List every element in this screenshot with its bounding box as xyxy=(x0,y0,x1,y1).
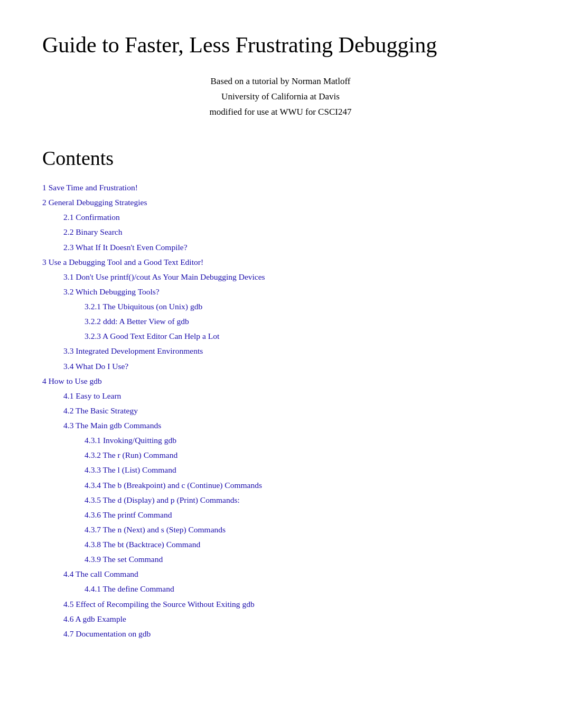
toc-link-4-3-1[interactable]: 4.3.1 Invoking/Quitting gdb xyxy=(85,436,176,445)
toc-item[interactable]: 2 General Debugging Strategies xyxy=(42,195,519,209)
subtitle-line-1: Based on a tutorial by Norman Matloff xyxy=(42,74,519,89)
toc-item[interactable]: 4.4 The call Command xyxy=(63,567,519,581)
toc-item[interactable]: 4.3.9 The set Command xyxy=(85,552,519,566)
contents-heading: Contents xyxy=(42,146,519,170)
toc-link-4-3-7[interactable]: 4.3.7 The n (Next) and s (Step) Commands xyxy=(85,525,226,534)
toc-link-4-4-1[interactable]: 4.4.1 The define Command xyxy=(85,584,174,593)
toc-link-2-1[interactable]: 2.1 Confirmation xyxy=(63,213,120,222)
toc-item[interactable]: 3.2.1 The Ubiquitous (on Unix) gdb xyxy=(85,299,519,314)
toc-item[interactable]: 3.4 What Do I Use? xyxy=(63,359,519,373)
toc-link-2[interactable]: 2 General Debugging Strategies xyxy=(42,198,147,207)
toc-link-3-1[interactable]: 3.1 Don't Use printf()/cout As Your Main… xyxy=(63,272,265,281)
toc-link-4-5[interactable]: 4.5 Effect of Recompiling the Source Wit… xyxy=(63,600,255,609)
subtitle-line-3: modified for use at WWU for CSCI247 xyxy=(42,105,519,120)
toc-item[interactable]: 4.3.6 The printf Command xyxy=(85,508,519,522)
toc-link-4-3-4[interactable]: 4.3.4 The b (Breakpoint) and c (Continue… xyxy=(85,481,262,490)
toc-link-3-2-2[interactable]: 3.2.2 ddd: A Better View of gdb xyxy=(85,317,189,326)
toc-item[interactable]: 3.1 Don't Use printf()/cout As Your Main… xyxy=(63,270,519,284)
toc-link-4-3-8[interactable]: 4.3.8 The bt (Backtrace) Command xyxy=(85,540,200,549)
toc-link-4-6[interactable]: 4.6 A gdb Example xyxy=(63,614,126,623)
toc-link-3-4[interactable]: 3.4 What Do I Use? xyxy=(63,362,128,371)
toc-item[interactable]: 4.7 Documentation on gdb xyxy=(63,626,519,641)
toc-item[interactable]: 3.2.3 A Good Text Editor Can Help a Lot xyxy=(85,329,519,343)
toc-link-4-3-9[interactable]: 4.3.9 The set Command xyxy=(85,555,163,564)
subtitle-block: Based on a tutorial by Norman Matloff Un… xyxy=(42,74,519,120)
toc-item[interactable]: 4.1 Easy to Learn xyxy=(63,389,519,403)
toc-link-4-1[interactable]: 4.1 Easy to Learn xyxy=(63,391,121,400)
toc-item[interactable]: 4.6 A gdb Example xyxy=(63,612,519,626)
toc-item[interactable]: 3 Use a Debugging Tool and a Good Text E… xyxy=(42,255,519,269)
toc-link-4-4[interactable]: 4.4 The call Command xyxy=(63,569,138,578)
toc-link-1[interactable]: 1 Save Time and Frustration! xyxy=(42,183,138,192)
toc-item[interactable]: 2.3 What If It Doesn't Even Compile? xyxy=(63,240,519,254)
table-of-contents: 1 Save Time and Frustration!2 General De… xyxy=(42,180,519,641)
toc-item[interactable]: 4.3.2 The r (Run) Command xyxy=(85,448,519,462)
toc-item[interactable]: 4.4.1 The define Command xyxy=(85,582,519,596)
toc-link-2-2[interactable]: 2.2 Binary Search xyxy=(63,227,122,236)
toc-item[interactable]: 2.1 Confirmation xyxy=(63,210,519,224)
page-title: Guide to Faster, Less Frustrating Debugg… xyxy=(42,32,519,58)
toc-link-2-3[interactable]: 2.3 What If It Doesn't Even Compile? xyxy=(63,243,188,252)
toc-item[interactable]: 4.3.5 The d (Display) and p (Print) Comm… xyxy=(85,493,519,507)
toc-link-4[interactable]: 4 How to Use gdb xyxy=(42,376,102,385)
toc-item[interactable]: 4.3.1 Invoking/Quitting gdb xyxy=(85,433,519,447)
toc-link-3-3[interactable]: 3.3 Integrated Development Environments xyxy=(63,346,203,355)
toc-item[interactable]: 1 Save Time and Frustration! xyxy=(42,180,519,195)
toc-item[interactable]: 4.3.4 The b (Breakpoint) and c (Continue… xyxy=(85,478,519,492)
toc-link-3-2[interactable]: 3.2 Which Debugging Tools? xyxy=(63,287,160,296)
toc-link-4-2[interactable]: 4.2 The Basic Strategy xyxy=(63,406,138,415)
toc-item[interactable]: 4 How to Use gdb xyxy=(42,374,519,388)
toc-item[interactable]: 4.3.8 The bt (Backtrace) Command xyxy=(85,537,519,551)
toc-link-4-3-6[interactable]: 4.3.6 The printf Command xyxy=(85,510,172,519)
toc-item[interactable]: 4.3.3 The l (List) Command xyxy=(85,463,519,477)
toc-item[interactable]: 4.3 The Main gdb Commands xyxy=(63,418,519,432)
toc-item[interactable]: 4.5 Effect of Recompiling the Source Wit… xyxy=(63,597,519,611)
subtitle-line-2: University of California at Davis xyxy=(42,89,519,105)
toc-link-3-2-1[interactable]: 3.2.1 The Ubiquitous (on Unix) gdb xyxy=(85,302,202,311)
toc-link-3[interactable]: 3 Use a Debugging Tool and a Good Text E… xyxy=(42,257,203,266)
toc-item[interactable]: 4.3.7 The n (Next) and s (Step) Commands xyxy=(85,522,519,537)
toc-link-4-7[interactable]: 4.7 Documentation on gdb xyxy=(63,629,151,638)
toc-item[interactable]: 3.3 Integrated Development Environments xyxy=(63,344,519,358)
toc-item[interactable]: 4.2 The Basic Strategy xyxy=(63,403,519,418)
toc-link-4-3-3[interactable]: 4.3.3 The l (List) Command xyxy=(85,465,176,474)
toc-link-3-2-3[interactable]: 3.2.3 A Good Text Editor Can Help a Lot xyxy=(85,331,219,340)
toc-item[interactable]: 3.2.2 ddd: A Better View of gdb xyxy=(85,314,519,328)
toc-item[interactable]: 3.2 Which Debugging Tools? xyxy=(63,284,519,299)
toc-item[interactable]: 2.2 Binary Search xyxy=(63,225,519,239)
toc-link-4-3[interactable]: 4.3 The Main gdb Commands xyxy=(63,421,161,430)
toc-link-4-3-2[interactable]: 4.3.2 The r (Run) Command xyxy=(85,450,177,459)
toc-link-4-3-5[interactable]: 4.3.5 The d (Display) and p (Print) Comm… xyxy=(85,495,240,504)
